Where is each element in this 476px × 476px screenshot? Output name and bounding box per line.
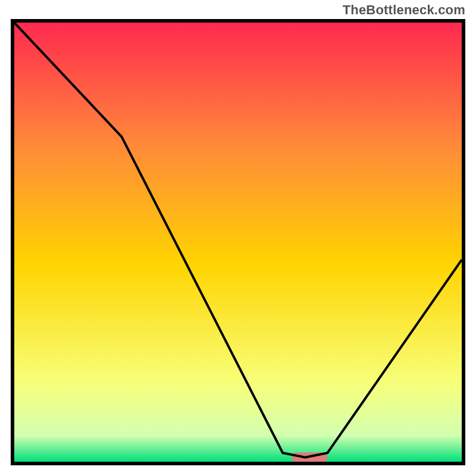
plot-area [11,19,465,465]
chart-svg [14,23,462,462]
watermark-text: TheBottleneck.com [343,2,465,18]
gradient-background [14,23,462,462]
chart-frame: TheBottleneck.com [0,0,476,476]
